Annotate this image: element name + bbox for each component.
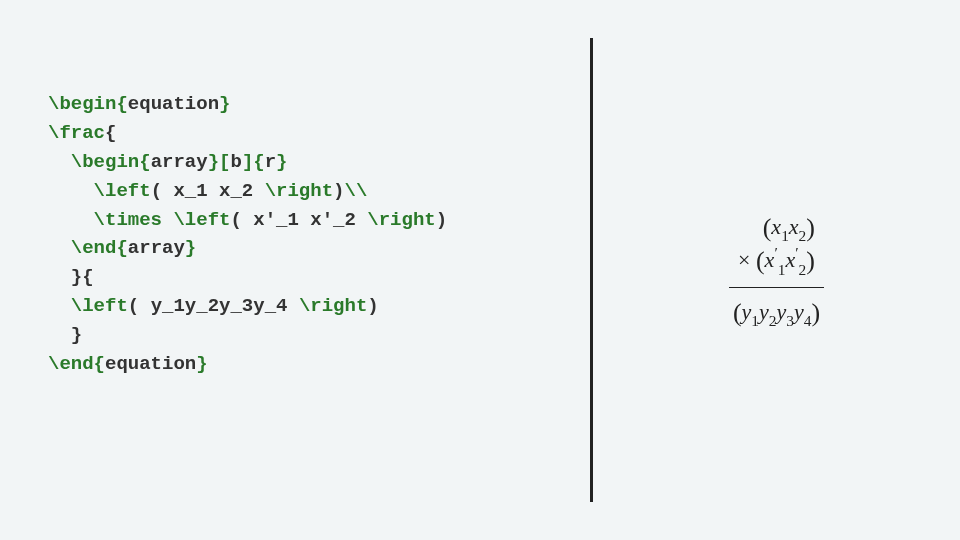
cmd: \left [94,180,151,202]
var-y: y [794,299,804,324]
var-y: y [777,299,787,324]
txt: ) [436,209,447,231]
txt: ( [230,209,253,231]
var-y: y [759,299,769,324]
prime: ′ [774,244,777,261]
brace: } [71,324,82,346]
sub-1: 1 [778,261,786,278]
env-name: array [128,237,185,259]
txt: y_1y_2y_3y_4 [151,295,299,317]
cmd: \begin{ [71,151,151,173]
brace: }[ [208,151,231,173]
sub-2: 2 [799,261,807,278]
txt: ) [333,180,344,202]
txt: x'_1 x'_2 [253,209,367,231]
numerator: (x1x2) × (x′1x′2) [732,211,821,283]
numerator-row-2: × (x′1x′2) [738,244,815,278]
denominator: (y1y2y3y4) [729,292,824,330]
brace: } [185,237,196,259]
var-x: x [789,214,799,239]
times-icon: × [738,248,750,273]
cmd: \frac [48,122,105,144]
arg: r [265,151,276,173]
txt: ( [128,295,151,317]
brace: }{ [71,266,94,288]
code-panel: \begin{equation} \frac{ \begin{array}[b]… [0,0,590,540]
brace: } [276,151,287,173]
rendered-equation: (x1x2) × (x′1x′2) (y1y2y3y4) [729,211,824,330]
left-paren: ( [733,298,742,327]
sub-1: 1 [781,227,789,244]
cmd: \left [173,209,230,231]
txt: ) [367,295,378,317]
cmd: \right [367,209,435,231]
opt: b [230,151,241,173]
brace: } [219,93,230,115]
sub-3: 3 [786,312,794,329]
sub-4: 4 [804,312,812,329]
cmd: \begin{ [48,93,128,115]
brace: { [105,122,116,144]
env-name: array [151,151,208,173]
output-panel: (x1x2) × (x′1x′2) (y1y2y3y4) [593,0,960,540]
var-x: x [785,248,795,273]
txt [162,209,173,231]
env-name: equation [105,353,196,375]
latex-code: \begin{equation} \frac{ \begin{array}[b]… [48,90,570,379]
left-paren: ( [756,247,765,276]
txt: ( [151,180,174,202]
sub-2: 2 [799,227,807,244]
cmd: \end{ [48,353,105,375]
var-y: y [742,299,752,324]
var-x: x [765,248,775,273]
numerator-row-1: (x1x2) [738,211,815,245]
right-paren: ) [806,213,815,242]
var-x: x [771,214,781,239]
prime: ′ [795,244,798,261]
right-paren: ) [811,298,820,327]
right-paren: ) [806,247,815,276]
cmd: \left [71,295,128,317]
brace: } [196,353,207,375]
env-name: equation [128,93,219,115]
fraction-line [729,287,824,288]
sub-1: 1 [751,312,759,329]
sub-2: 2 [769,312,777,329]
cmd: \times [94,209,162,231]
brace: ]{ [242,151,265,173]
cmd: \end{ [71,237,128,259]
txt: x_1 x_2 [173,180,264,202]
cmd: \right [299,295,367,317]
cmd: \right [265,180,333,202]
cmd: \\ [344,180,367,202]
